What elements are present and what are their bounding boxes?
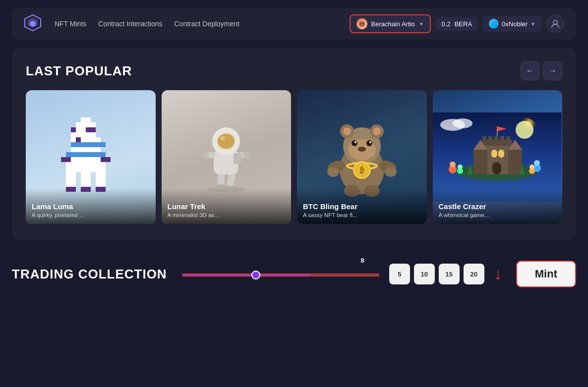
popular-section-header: LAST POPULAR ← → bbox=[26, 61, 562, 80]
header: NFT Mints Contract Interactions Contract… bbox=[12, 8, 576, 40]
carousel-next-button[interactable]: → bbox=[543, 61, 562, 80]
svg-rect-78 bbox=[508, 150, 522, 174]
wallet-selector[interactable]: 🌐 0xNobler ▼ bbox=[483, 16, 541, 32]
svg-rect-12 bbox=[71, 142, 106, 147]
nav-contract-deployment[interactable]: Contract Deployment bbox=[169, 17, 244, 31]
nft-cards-grid: Lama Luma A quirky, pixelated ... bbox=[26, 90, 562, 224]
svg-text:₿: ₿ bbox=[360, 166, 364, 174]
nft-card-4-desc: A whimsical game... bbox=[439, 212, 557, 218]
carousel-nav: ← → bbox=[521, 61, 562, 80]
nft-card-3-title: BTC Bling Bear bbox=[303, 202, 421, 211]
wallet-address: 0xNobler bbox=[502, 20, 528, 28]
svg-point-52 bbox=[354, 141, 356, 143]
nft-card-3-info: BTC Bling Bear A sassy NFT bear fl... bbox=[297, 188, 427, 224]
svg-rect-74 bbox=[491, 150, 497, 158]
logo bbox=[24, 14, 50, 34]
chain-chevron-icon: ▼ bbox=[419, 21, 424, 27]
svg-rect-73 bbox=[506, 136, 510, 141]
svg-point-63 bbox=[516, 121, 533, 139]
nft-card-1-info: Lama Luma A quirky, pixelated ... bbox=[26, 188, 156, 224]
mint-button[interactable]: Mint bbox=[516, 261, 576, 287]
qty-10-button[interactable]: 10 bbox=[414, 264, 435, 284]
main-content: LAST POPULAR ← → bbox=[12, 48, 576, 292]
svg-point-54 bbox=[358, 147, 366, 152]
svg-point-82 bbox=[450, 162, 456, 167]
popular-section-title: LAST POPULAR bbox=[26, 63, 132, 79]
mint-arrow-indicator: ↓ bbox=[494, 265, 502, 283]
svg-point-36 bbox=[220, 136, 225, 140]
svg-point-31 bbox=[202, 152, 209, 159]
svg-point-46 bbox=[343, 127, 351, 135]
svg-rect-9 bbox=[86, 127, 96, 132]
svg-point-32 bbox=[243, 152, 250, 159]
nav: NFT Mints Contract Interactions Contract… bbox=[50, 17, 350, 31]
svg-rect-6 bbox=[76, 122, 96, 127]
svg-rect-70 bbox=[488, 136, 492, 141]
nav-contract-interactions[interactable]: Contract Interactions bbox=[93, 17, 167, 31]
trading-section-title: TRADING COLLECTION bbox=[12, 267, 167, 282]
svg-rect-75 bbox=[498, 150, 504, 158]
balance-currency: BERA bbox=[455, 20, 472, 28]
nft-card-1-desc: A quirky, pixelated ... bbox=[32, 212, 150, 218]
nft-card-2-info: Lunar Trek A minimalist 3D as... bbox=[162, 188, 292, 224]
nft-card-lama-luma[interactable]: Lama Luma A quirky, pixelated ... bbox=[26, 90, 156, 224]
world-icon: 🌐 bbox=[489, 19, 499, 29]
svg-point-84 bbox=[534, 160, 540, 166]
nft-card-lunar-trek[interactable]: Lunar Trek A minimalist 3D as... bbox=[162, 90, 292, 224]
nft-card-castle-crazer[interactable]: Castle Crazer A whimsical game... bbox=[433, 90, 563, 224]
wallet-chevron-icon: ▼ bbox=[530, 21, 535, 27]
svg-rect-8 bbox=[71, 127, 76, 132]
popular-section: LAST POPULAR ← → bbox=[12, 48, 576, 240]
svg-point-51 bbox=[366, 140, 372, 146]
nft-card-3-desc: A sassy NFT bear fl... bbox=[303, 212, 421, 218]
svg-rect-77 bbox=[473, 150, 487, 174]
svg-point-48 bbox=[373, 127, 381, 135]
balance-display: 0.2 BERA bbox=[436, 17, 478, 31]
svg-rect-14 bbox=[66, 152, 106, 157]
trading-section: TRADING COLLECTION 8 5 10 15 20 ↓ Mint bbox=[12, 256, 576, 292]
nft-card-2-title: Lunar Trek bbox=[168, 202, 286, 211]
quantity-buttons: 5 10 15 20 bbox=[389, 264, 484, 284]
chain-selector[interactable]: 🐻 Berachain Artio ▼ bbox=[350, 14, 431, 33]
svg-rect-5 bbox=[86, 117, 91, 122]
svg-rect-71 bbox=[494, 136, 498, 141]
svg-point-86 bbox=[458, 165, 463, 169]
svg-rect-11 bbox=[76, 137, 81, 142]
svg-rect-37 bbox=[234, 153, 241, 164]
qty-20-button[interactable]: 20 bbox=[464, 264, 484, 284]
svg-rect-15 bbox=[61, 157, 71, 162]
svg-point-35 bbox=[218, 134, 234, 148]
balance-amount: 0.2 bbox=[442, 20, 451, 28]
nav-nft-mints[interactable]: NFT Mints bbox=[50, 17, 91, 31]
svg-point-88 bbox=[529, 165, 534, 169]
chain-name: Berachain Artio bbox=[371, 20, 415, 28]
slider-value-badge: 8 bbox=[361, 257, 364, 264]
user-profile-button[interactable] bbox=[546, 15, 564, 33]
header-right: 🐻 Berachain Artio ▼ 0.2 BERA 🌐 0xNobler … bbox=[350, 14, 565, 33]
svg-point-53 bbox=[369, 141, 371, 143]
svg-point-43 bbox=[385, 167, 397, 177]
nft-card-2-desc: A minimalist 3D as... bbox=[168, 212, 286, 218]
nft-card-1-title: Lama Luma bbox=[32, 202, 150, 211]
svg-point-50 bbox=[352, 140, 357, 146]
nft-card-btc-bear[interactable]: ₿ BTC Bling Bear A sassy NFT bear fl... bbox=[297, 90, 427, 224]
svg-point-65 bbox=[453, 118, 472, 128]
svg-rect-4 bbox=[81, 117, 86, 122]
qty-15-button[interactable]: 15 bbox=[439, 264, 460, 284]
nft-card-4-title: Castle Crazer bbox=[439, 202, 557, 211]
mint-quantity-slider[interactable] bbox=[182, 274, 379, 276]
mint-quantity-slider-wrapper: 8 bbox=[182, 270, 379, 278]
nft-card-4-info: Castle Crazer A whimsical game... bbox=[433, 188, 563, 224]
svg-point-3 bbox=[553, 20, 557, 24]
chain-icon: 🐻 bbox=[356, 18, 367, 29]
lama-luma-artwork bbox=[56, 117, 125, 197]
carousel-prev-button[interactable]: ← bbox=[521, 61, 539, 80]
svg-rect-72 bbox=[500, 136, 504, 141]
svg-rect-76 bbox=[492, 162, 501, 174]
qty-5-button[interactable]: 5 bbox=[389, 264, 410, 284]
svg-rect-69 bbox=[482, 136, 486, 141]
svg-rect-16 bbox=[101, 157, 111, 162]
svg-point-42 bbox=[327, 167, 339, 177]
lunar-trek-artwork bbox=[199, 117, 253, 197]
